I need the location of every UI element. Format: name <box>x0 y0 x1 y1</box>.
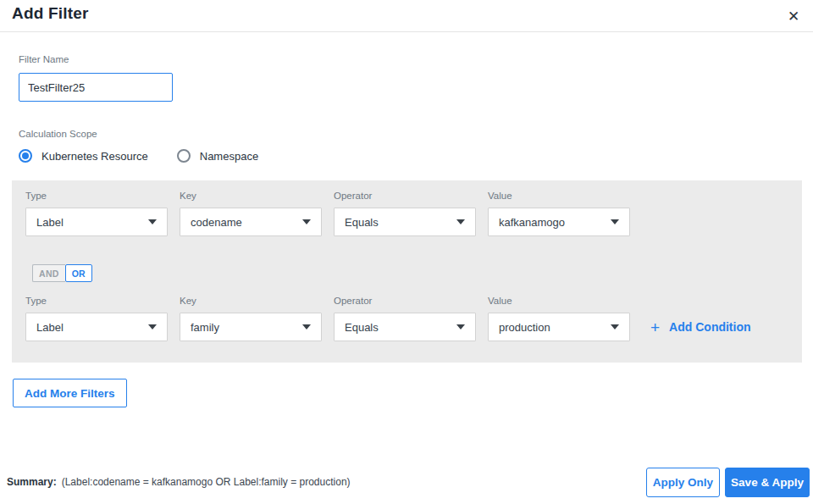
chevron-down-icon <box>611 324 619 330</box>
select-value: Label <box>36 216 64 229</box>
calculation-scope-label: Calculation Scope <box>19 129 97 139</box>
logic-and-button[interactable]: AND <box>32 264 65 282</box>
condition2-type-select[interactable]: Label <box>25 313 168 341</box>
chevron-down-icon <box>148 324 157 330</box>
value-column-label: Value <box>488 191 512 201</box>
type-column-label: Type <box>25 191 47 201</box>
key-column-label: Key <box>180 296 196 306</box>
dialog-title: Add Filter <box>12 4 89 23</box>
radio-option-label: Namespace <box>200 150 258 163</box>
radio-option-namespace[interactable]: Namespace <box>177 149 258 163</box>
type-column-label: Type <box>25 296 47 306</box>
save-and-apply-button[interactable]: Save & Apply <box>725 468 810 497</box>
key-column-label: Key <box>180 191 196 201</box>
radio-selected-icon[interactable] <box>19 149 32 163</box>
chevron-down-icon <box>611 219 619 224</box>
add-filter-dialog: Add Filter ✕ Filter Name Calculation Sco… <box>0 0 813 504</box>
condition2-key-select[interactable]: family <box>180 313 322 341</box>
close-icon[interactable]: ✕ <box>783 5 805 27</box>
add-more-filters-button[interactable]: Add More Filters <box>13 379 127 407</box>
add-condition-button[interactable]: + Add Condition <box>650 313 751 341</box>
select-value: Equals <box>345 216 379 229</box>
select-value: kafkanamogo <box>499 216 565 229</box>
operator-column-label: Operator <box>334 296 372 306</box>
condition2-operator-select[interactable]: Equals <box>334 313 476 341</box>
condition1-operator-select[interactable]: Equals <box>334 208 476 236</box>
chevron-down-icon <box>148 219 157 224</box>
chevron-down-icon <box>456 219 465 224</box>
header-divider <box>0 31 813 32</box>
conditions-panel: Type Key Operator Value Label codename E… <box>12 180 802 363</box>
select-value: Label <box>36 321 64 334</box>
radio-option-kubernetes-resource[interactable]: Kubernetes Resource <box>19 149 148 163</box>
condition1-value-select[interactable]: kafkanamogo <box>488 208 630 236</box>
summary-label: Summary: <box>7 476 57 488</box>
chevron-down-icon <box>302 324 311 330</box>
chevron-down-icon <box>456 324 465 330</box>
select-value: family <box>191 321 219 334</box>
operator-column-label: Operator <box>334 191 372 201</box>
radio-unselected-icon[interactable] <box>177 149 191 163</box>
chevron-down-icon <box>302 219 311 224</box>
apply-only-button[interactable]: Apply Only <box>646 468 720 497</box>
summary: Summary: (Label:codename = kafkanamogo O… <box>7 476 351 488</box>
select-value: codename <box>191 216 242 229</box>
filter-name-label: Filter Name <box>19 54 69 64</box>
condition2-value-select[interactable]: production <box>488 313 630 341</box>
value-column-label: Value <box>488 296 512 306</box>
condition1-type-select[interactable]: Label <box>25 208 168 236</box>
summary-text: (Label:codename = kafkanamogo OR Label:f… <box>62 476 351 488</box>
condition1-key-select[interactable]: codename <box>180 208 322 236</box>
logic-toggle: AND OR <box>32 264 92 282</box>
logic-or-button[interactable]: OR <box>65 264 92 282</box>
add-condition-label: Add Condition <box>669 320 750 334</box>
radio-option-label: Kubernetes Resource <box>41 150 148 163</box>
plus-icon: + <box>650 319 660 335</box>
filter-name-input[interactable] <box>19 73 173 102</box>
calculation-scope-options: Kubernetes Resource Namespace <box>19 149 258 163</box>
select-value: production <box>499 321 550 334</box>
select-value: Equals <box>345 321 379 334</box>
